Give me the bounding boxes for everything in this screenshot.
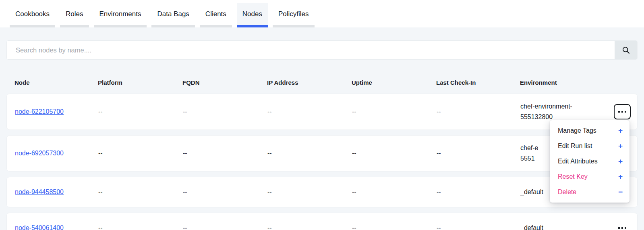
uptime-value: -- xyxy=(352,107,437,117)
object-type-tabs: Cookbooks Roles Environments Data Bags C… xyxy=(10,3,644,27)
last-check-in-value: -- xyxy=(437,187,520,197)
column-header-ip-address: IP Address xyxy=(267,79,352,86)
tab-nodes[interactable]: Nodes xyxy=(237,3,268,27)
node-name-link[interactable]: node-622105700 xyxy=(15,108,64,115)
row-actions-button[interactable] xyxy=(614,220,631,230)
search-icon xyxy=(621,46,630,54)
tab-clients[interactable]: Clients xyxy=(200,3,232,27)
last-check-in-value: -- xyxy=(437,148,520,158)
tab-label: Environments xyxy=(99,10,141,18)
tab-label: Data Bags xyxy=(157,10,189,18)
ip-address-value: -- xyxy=(267,148,352,158)
tab-label: Roles xyxy=(66,10,83,18)
search-input[interactable] xyxy=(7,41,615,59)
tab-data-bags[interactable]: Data Bags xyxy=(151,3,195,27)
ip-address-value: -- xyxy=(267,187,352,197)
node-name-link[interactable]: node-692057300 xyxy=(15,150,64,157)
tab-policyfiles[interactable]: Policyfiles xyxy=(273,3,315,27)
menu-item-manage-tags[interactable]: Manage Tags + xyxy=(550,123,630,138)
fqdn-value: -- xyxy=(183,187,267,197)
ip-address-value: -- xyxy=(267,223,352,230)
table-row: node-692057300 -- -- -- -- -- chef-e 555… xyxy=(6,135,638,171)
last-check-in-value: -- xyxy=(437,107,520,117)
menu-item-edit-run-list[interactable]: Edit Run list + xyxy=(550,138,630,154)
nodes-table-header: Node Platform FQDN IP Address Uptime Las… xyxy=(6,71,638,94)
last-check-in-value: -- xyxy=(437,223,520,230)
node-search-bar xyxy=(6,40,638,60)
row-actions-button[interactable] xyxy=(614,104,631,119)
ellipsis-icon xyxy=(618,111,626,113)
uptime-value: -- xyxy=(352,148,437,158)
plus-icon: + xyxy=(618,172,623,181)
table-row: node-540061400 -- -- -- -- -- _default xyxy=(6,213,638,230)
nodes-table-body: node-622105700 -- -- -- -- -- chef-envir… xyxy=(6,94,638,230)
table-row: node-622105700 -- -- -- -- -- chef-envir… xyxy=(6,94,638,130)
menu-item-delete[interactable]: Delete − xyxy=(550,184,630,200)
fqdn-value: -- xyxy=(183,107,267,117)
uptime-value: -- xyxy=(352,223,437,230)
menu-item-label: Manage Tags xyxy=(558,126,596,135)
menu-item-label: Delete xyxy=(558,188,576,197)
node-name-link[interactable]: node-944458500 xyxy=(15,188,64,195)
fqdn-value: -- xyxy=(183,148,267,158)
tab-label: Nodes xyxy=(242,10,262,18)
column-header-fqdn: FQDN xyxy=(182,79,267,86)
node-name-link[interactable]: node-540061400 xyxy=(15,224,64,230)
platform-value: -- xyxy=(98,187,183,197)
menu-item-label: Edit Run list xyxy=(558,142,592,151)
column-header-node: Node xyxy=(14,79,98,86)
column-header-environment: Environment xyxy=(520,79,613,86)
platform-value: -- xyxy=(98,223,183,230)
search-button[interactable] xyxy=(615,41,637,59)
nodes-page: Node Platform FQDN IP Address Uptime Las… xyxy=(0,40,644,230)
environment-line: chef-environment- xyxy=(520,101,612,112)
table-row: node-944458500 -- -- -- -- -- _default xyxy=(6,177,638,207)
tab-label: Clients xyxy=(205,10,226,18)
plus-icon: + xyxy=(618,142,623,151)
fqdn-value: -- xyxy=(183,223,267,230)
column-header-uptime: Uptime xyxy=(352,79,436,86)
tab-label: Cookbooks xyxy=(15,10,50,18)
tab-environments[interactable]: Environments xyxy=(94,3,147,27)
menu-item-reset-key[interactable]: Reset Key + xyxy=(550,169,630,184)
column-header-last-check-in: Last Check-In xyxy=(436,79,520,86)
menu-item-label: Edit Attributes xyxy=(558,157,598,166)
environment-line: _default xyxy=(520,223,612,230)
environment-value: chef-environment- 555132800 xyxy=(520,101,612,122)
row-actions-menu: Manage Tags + Edit Run list + Edit Attri… xyxy=(550,120,630,203)
plus-icon: + xyxy=(618,157,623,166)
menu-item-edit-attributes[interactable]: Edit Attributes + xyxy=(550,154,630,169)
ip-address-value: -- xyxy=(267,107,352,117)
platform-value: -- xyxy=(98,107,183,117)
menu-item-label: Reset Key xyxy=(558,172,588,181)
column-header-platform: Platform xyxy=(98,79,182,86)
minus-icon: − xyxy=(618,188,623,197)
environment-value: _default xyxy=(520,223,612,230)
tab-label: Policyfiles xyxy=(278,10,309,18)
platform-value: -- xyxy=(98,148,183,158)
uptime-value: -- xyxy=(352,187,437,197)
plus-icon: + xyxy=(618,126,623,135)
tab-roles[interactable]: Roles xyxy=(60,3,89,27)
ellipsis-icon xyxy=(618,227,626,229)
tab-cookbooks[interactable]: Cookbooks xyxy=(10,3,55,27)
top-tab-bar: Cookbooks Roles Environments Data Bags C… xyxy=(0,0,644,27)
